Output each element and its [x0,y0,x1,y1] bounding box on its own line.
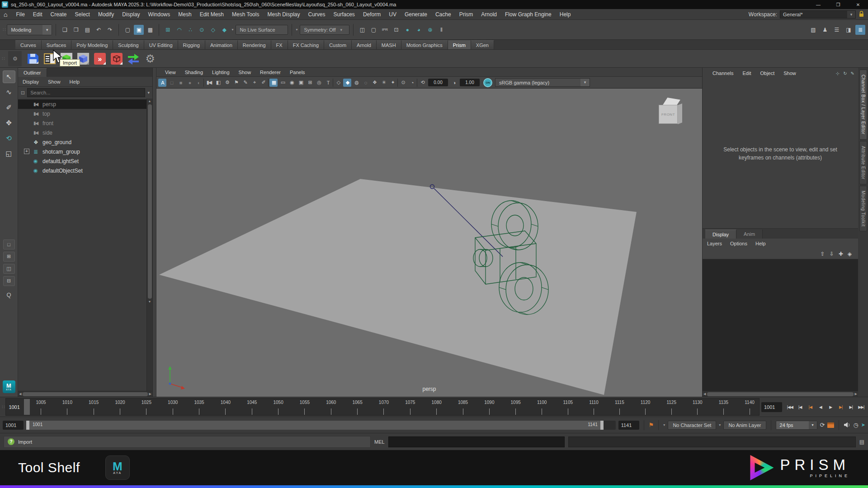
modeling-toolkit-toggle-icon[interactable]: ≣ [855,25,865,35]
selection-outline-icon[interactable]: □ [167,79,175,87]
move-layer-down-icon[interactable]: ⇩ [830,251,834,257]
layer-editor-menu-item[interactable]: Options [730,241,747,246]
paint-select-tool-icon[interactable]: ✐ [3,101,15,114]
mute-audio-icon[interactable] [844,422,850,428]
viewport-menu-item[interactable]: Panels [286,70,309,75]
wireframe-icon[interactable]: ◇ [334,79,342,87]
outliner-search-input[interactable] [27,88,145,97]
scroll-up-icon[interactable]: ▲ [148,99,151,104]
two-pane-layout-icon[interactable]: ◫ [3,264,15,274]
shelf-editor-icon[interactable]: ⚙ [8,51,22,66]
chevron-down-icon[interactable]: ▾ [847,11,855,18]
menu-item[interactable]: Cache [431,11,455,18]
prism-settings-icon[interactable]: ⚙ [143,52,157,66]
outliner-menu-item[interactable]: Help [70,79,80,84]
single-pane-layout-icon[interactable]: □ [3,239,15,249]
ipr-render-current-icon[interactable]: ◕ [414,25,424,35]
use-default-material-icon[interactable]: ◌ [361,79,369,87]
shading-ball-icon[interactable]: ● [185,79,193,87]
menu-item[interactable]: Edit [29,11,47,18]
scrollbar-thumb[interactable] [707,392,853,396]
grease-pencil-icon[interactable]: ✎ [241,79,249,87]
outliner-menu-item[interactable]: Display [23,79,39,84]
four-pane-layout-icon[interactable]: ⊞ [3,252,15,262]
render-current-frame-icon[interactable]: ● [402,25,412,35]
shelf-tab[interactable]: Surfaces [42,40,71,49]
shelf-tab[interactable]: Animation [205,40,238,49]
maya-logo-icon[interactable]: M AYA [3,380,15,393]
play-forward-icon[interactable]: ▶ [826,402,836,412]
create-empty-layer-icon[interactable]: ◈ [848,251,852,257]
menu-item[interactable]: Mesh Display [263,11,304,18]
menu-item[interactable]: Arnold [477,11,501,18]
animation-start-field[interactable]: 1001 [3,421,24,430]
viewport-menu-item[interactable]: Lighting [208,70,234,75]
snap-to-point-icon[interactable]: ∴ [185,25,195,35]
workspace-selector[interactable]: General* ▾ [780,10,856,19]
menu-item[interactable]: Select [71,11,94,18]
colorspace-selector[interactable]: sRGB gamma (legacy) ▾ [495,78,590,87]
script-editor-icon[interactable]: ▤ [859,439,864,445]
sidebar-vertical-tab[interactable]: Attribute Editor [859,141,867,184]
gamma-field[interactable]: 1.00 [460,79,480,86]
ui-elements-toggle-icon[interactable]: ◨ [844,25,854,35]
camera-attributes-icon[interactable]: ⚙ [223,79,231,87]
view-cube-front-face[interactable]: FRONT [659,105,678,124]
bookmark-frame-icon[interactable]: ⚑ [649,422,654,428]
shelf-tab[interactable]: Poly Modeling [71,40,113,49]
bookmark-icon[interactable]: ⚑ [232,79,240,87]
resolution-gate-icon[interactable]: ◉ [288,79,296,87]
tool-settings-toggle-icon[interactable]: ♟ [820,25,830,35]
outliner-item[interactable]: + ▮◀ side [18,128,146,137]
layer-list-area[interactable] [703,259,858,391]
snap-to-projected-center-icon[interactable]: ⊙ [197,25,207,35]
shelf-tab[interactable]: MASH [377,40,401,49]
cached-playback-icon[interactable]: ◷ [853,422,858,428]
lighting-icon[interactable]: ✳ [379,79,387,87]
rotate-tool-icon[interactable]: ⟲ [3,132,15,145]
gate-mask-icon[interactable]: ▣ [297,79,305,87]
pin-panel-icon[interactable]: ✎ [851,71,854,76]
outliner-pane-layout-icon[interactable]: ⊟ [3,276,15,286]
menu-item[interactable]: File [12,11,28,18]
view-cube[interactable]: FRONT [654,98,683,128]
shelf-tab[interactable]: FX Caching [288,40,324,49]
shelf-tab[interactable]: Rigging [178,40,205,49]
prism-export-icon[interactable]: » [93,52,107,66]
layer-editor-menu-item[interactable]: Layers [707,241,722,246]
new-scene-icon[interactable]: ❏ [60,25,70,35]
render-sequence-icon[interactable]: ⊕ [425,25,435,35]
shelf-tab[interactable]: FX [271,40,288,49]
viewport-menu-item[interactable]: View [161,70,180,75]
chevron-down-icon[interactable]: ▾ [296,28,297,32]
live-surface-field[interactable]: No Live Surface [236,25,288,35]
outliner-item[interactable]: + ❖ geo_ground [18,137,146,147]
channel-box-menu-item[interactable]: Show [779,70,801,76]
shelf-tab[interactable]: Sculpting [113,40,144,49]
symmetry-selector[interactable]: Symmetry: Off ▾ [300,25,349,35]
scale-tool-icon[interactable]: ◱ [3,147,15,160]
make-live-icon[interactable]: ◆ [219,25,229,35]
shelf-tab[interactable]: Arnold [352,40,377,49]
outliner-item[interactable]: + ◉ defaultObjectSet [18,166,146,175]
sync-panel-icon[interactable]: ↻ [843,71,847,76]
shelf-tab[interactable]: Curves [15,40,42,49]
chevron-down-icon[interactable]: ▾ [809,421,817,429]
range-start-handle[interactable] [26,421,29,430]
select-camera-icon[interactable]: ▮◀ [205,79,213,87]
menu-item[interactable]: Flow Graph Engine [501,11,556,18]
field-chart-icon[interactable]: ⊞ [306,79,314,87]
workspace-lock-icon[interactable] [859,11,864,18]
undo-icon[interactable]: ↶ [94,25,104,35]
lock-camera-icon[interactable]: ◧ [214,79,222,87]
chevron-down-icon[interactable]: ▾ [580,79,590,86]
snap-zoom-icon[interactable]: ⌖ [250,79,258,87]
viewport-canvas[interactable]: FRONT persp [156,89,702,397]
outliner-item[interactable]: + ▮◀ front [18,118,146,128]
snap-to-view-plane-icon[interactable]: ◇ [208,25,218,35]
shelf-tab[interactable]: Custom [324,40,352,49]
outliner-tab[interactable]: Outliner [18,68,47,77]
select-tool-icon[interactable]: ↖ [3,70,15,83]
safe-title-icon[interactable]: T [324,79,332,87]
expand-icon[interactable]: + [24,149,29,154]
